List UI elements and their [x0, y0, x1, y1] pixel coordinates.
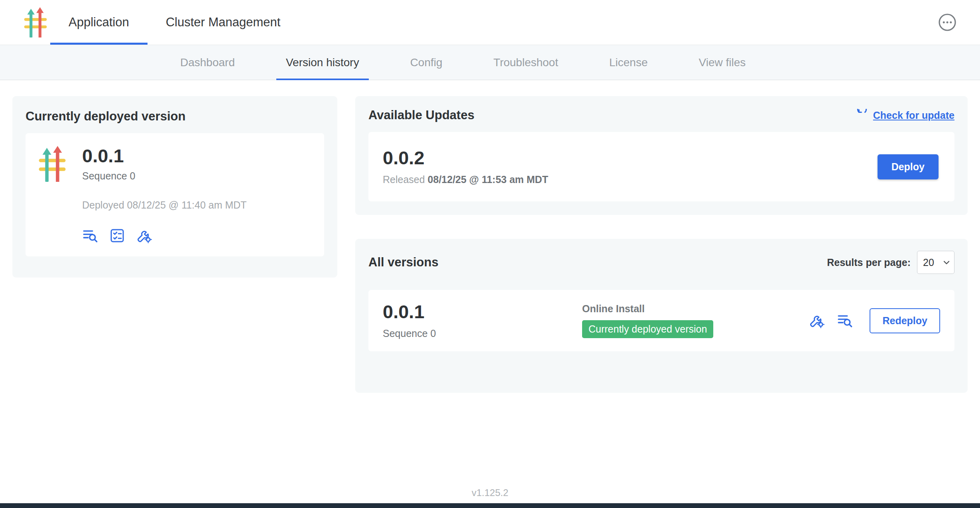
all-versions-card: All versions Results per page: 20 0.0. — [355, 239, 968, 393]
subnav-troubleshoot-label: Troubleshoot — [494, 56, 558, 69]
results-per-page-label: Results per page: — [827, 257, 911, 268]
top-navbar: Application Cluster Management — [0, 0, 980, 45]
deployed-version-number: 0.0.1 — [82, 146, 247, 165]
update-released-line: Released 08/12/25 @ 11:53 am MDT — [383, 174, 548, 185]
released-timestamp: 08/12/25 @ 11:53 am MDT — [428, 174, 548, 185]
available-updates-card: Available Updates Check for update 0.0.2… — [355, 96, 968, 215]
version-row-number: 0.0.1 — [383, 302, 582, 321]
deployed-sequence: Sequence 0 — [82, 170, 247, 182]
right-column: Available Updates Check for update 0.0.2… — [355, 96, 968, 393]
deployed-status-badge: Currently deployed version — [582, 320, 713, 338]
deploy-button[interactable]: Deploy — [878, 154, 939, 179]
tab-application[interactable]: Application — [50, 0, 148, 45]
redeploy-button[interactable]: Redeploy — [870, 308, 940, 333]
subnav-item-config[interactable]: Config — [401, 45, 452, 80]
more-menu-button[interactable] — [938, 13, 957, 32]
row-view-logs-icon[interactable] — [837, 313, 853, 329]
version-row-sequence: Sequence 0 — [383, 328, 582, 339]
install-type-label: Online Install — [582, 303, 809, 315]
deployed-timestamp: Deployed 08/12/25 @ 11:40 am MDT — [82, 199, 247, 211]
update-row: 0.0.2 Released 08/12/25 @ 11:53 am MDT D… — [368, 132, 954, 201]
all-versions-title: All versions — [368, 255, 439, 270]
deployed-version-info: 0.0.1 Sequence 0 Deployed 08/12/25 @ 11:… — [82, 146, 247, 244]
currently-deployed-title: Currently deployed version — [26, 109, 324, 124]
version-row-info: 0.0.1 Sequence 0 — [383, 302, 582, 339]
check-for-update-link[interactable]: Check for update — [856, 109, 954, 122]
results-per-page: Results per page: 20 — [827, 251, 954, 274]
results-per-page-select[interactable]: 20 — [917, 251, 954, 274]
update-version-number: 0.0.2 — [383, 148, 548, 167]
subnav-item-dashboard[interactable]: Dashboard — [171, 45, 244, 80]
refresh-icon — [856, 109, 868, 122]
main-content: Currently deployed version 0.0.1 Sequenc… — [0, 80, 980, 393]
currently-deployed-card: Currently deployed version 0.0.1 Sequenc… — [12, 96, 337, 278]
row-edit-config-icon[interactable] — [809, 313, 825, 329]
tab-cluster-management[interactable]: Cluster Management — [148, 0, 299, 45]
check-for-update-label: Check for update — [873, 110, 954, 121]
version-row-status: Online Install Currently deployed versio… — [582, 303, 809, 338]
deployed-action-icons — [82, 228, 247, 244]
version-row-actions: Redeploy — [809, 308, 940, 333]
app-logo-icon — [24, 0, 47, 45]
all-versions-header: All versions Results per page: 20 — [368, 251, 954, 274]
preflight-checks-icon[interactable] — [109, 228, 125, 244]
subnav-config-label: Config — [410, 56, 443, 69]
subnav-item-license[interactable]: License — [600, 45, 657, 80]
ellipsis-icon — [938, 13, 957, 32]
console-version: v1.125.2 — [0, 487, 980, 498]
edit-config-icon[interactable] — [136, 228, 152, 244]
results-per-page-select-wrap: 20 — [917, 251, 954, 274]
view-logs-icon[interactable] — [82, 228, 98, 244]
available-updates-header: Available Updates Check for update — [368, 108, 954, 122]
update-info: 0.0.2 Released 08/12/25 @ 11:53 am MDT — [383, 148, 548, 185]
tab-application-label: Application — [69, 15, 129, 30]
tab-cluster-management-label: Cluster Management — [166, 15, 281, 30]
admin-console-page: Application Cluster Management Dashboard… — [0, 0, 980, 508]
subnav-license-label: License — [609, 56, 648, 69]
subnav-dashboard-label: Dashboard — [180, 56, 235, 69]
subnav-view-files-label: View files — [699, 56, 746, 69]
subnav-item-view-files[interactable]: View files — [689, 45, 755, 80]
app-version-icon — [38, 146, 66, 244]
subnav-item-version-history[interactable]: Version history — [276, 45, 369, 80]
subnav-version-history-label: Version history — [286, 56, 359, 69]
bottom-bar — [0, 503, 980, 508]
version-row: 0.0.1 Sequence 0 Online Install Currentl… — [368, 290, 954, 351]
subnav-item-troubleshoot[interactable]: Troubleshoot — [484, 45, 568, 80]
available-updates-title: Available Updates — [368, 108, 474, 122]
deployed-version-panel: 0.0.1 Sequence 0 Deployed 08/12/25 @ 11:… — [26, 133, 324, 256]
released-prefix: Released — [383, 174, 425, 185]
app-subnav: Dashboard Version history Config Trouble… — [0, 45, 980, 80]
